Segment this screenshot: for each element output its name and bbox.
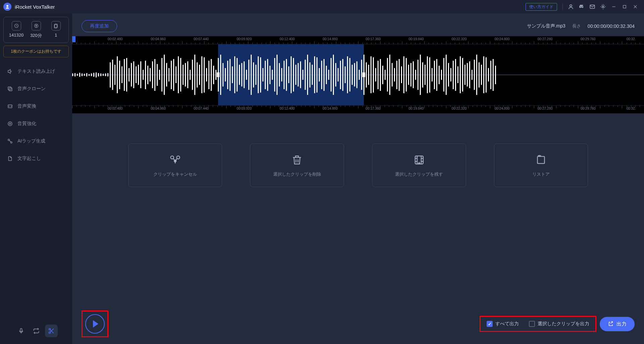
- readd-button[interactable]: 再度追加: [82, 20, 117, 32]
- stats-box: 141320 T 320分 1: [3, 17, 69, 43]
- export-highlight: すべて出力 選択したクリップを出力: [480, 316, 596, 332]
- svg-point-1: [570, 5, 572, 7]
- checkbox-label: 選択したクリップを出力: [538, 321, 589, 327]
- ruler-label: 00:09.920: [237, 107, 252, 110]
- bottom-bar: すべて出力 選択したクリップを出力 出力: [72, 304, 644, 344]
- ruler-label: 00:29.760: [581, 37, 596, 41]
- ruler-label: 00:17.360: [366, 37, 381, 41]
- export-all-checkbox[interactable]: すべて出力: [487, 321, 519, 327]
- restore-button[interactable]: リストア: [494, 144, 588, 187]
- nav-label: 音質強化: [17, 121, 36, 127]
- file-info: サンプル音声.mp3 長さ 00:00:00/00:00:32.304: [527, 23, 635, 29]
- guide-button[interactable]: 使い方ガイド: [526, 3, 557, 11]
- wave-bars: [72, 44, 644, 105]
- action-label: クリップをキャンセル: [132, 171, 218, 177]
- ruler-label: 00:24.800: [495, 37, 510, 41]
- actions-grid: クリップをキャンセル 選択したクリップを削除 選択したクリップを残す リストア: [72, 113, 644, 187]
- words-icon: [12, 21, 21, 31]
- svg-point-16: [8, 122, 12, 126]
- settings-icon[interactable]: [600, 3, 606, 10]
- action-label: リストア: [498, 171, 584, 177]
- close-icon[interactable]: [632, 3, 639, 10]
- delete-clip-button[interactable]: 選択したクリップを削除: [250, 144, 344, 187]
- cut-tool[interactable]: [45, 325, 58, 337]
- sidebar-item-transcribe[interactable]: 文字起こし: [3, 151, 69, 167]
- ruler-label: 00:04.960: [151, 107, 166, 110]
- cancel-clip-button[interactable]: クリップをキャンセル: [128, 144, 222, 187]
- svg-rect-20: [20, 329, 22, 332]
- svg-rect-37: [538, 157, 545, 164]
- wave-zone[interactable]: [72, 44, 644, 105]
- sidebar-item-tts[interactable]: テキスト読み上げ: [3, 63, 69, 79]
- titlebar: iRocket VoxTalker 使い方ガイド: [0, 0, 644, 13]
- svg-point-22: [49, 332, 50, 334]
- export-label: 出力: [616, 321, 627, 327]
- nav-label: AIラップ生成: [17, 138, 45, 144]
- ruler-label: 00:04.960: [151, 37, 166, 41]
- play-highlight: [82, 310, 108, 337]
- ruler-label: 00:27.280: [538, 37, 553, 41]
- ruler-label: 00:02.480: [108, 37, 123, 41]
- keep-clip-button[interactable]: 選択したクリップを残す: [372, 144, 466, 187]
- waveform[interactable]: 00:02.48000:04.96000:07.44000:09.92000:1…: [72, 36, 644, 113]
- license-icon: [51, 21, 61, 31]
- ruler-label: 00:27.280: [538, 107, 553, 110]
- svg-text:T: T: [35, 25, 37, 27]
- svg-rect-5: [623, 5, 626, 8]
- sidebar-item-convert[interactable]: 音声変換: [3, 98, 69, 114]
- ruler-label: 00:17.360: [366, 107, 381, 110]
- ruler-label: 00:32.: [627, 37, 636, 41]
- ruler-label: 00:14.880: [323, 37, 338, 41]
- ruler-label: 00:07.440: [194, 37, 209, 41]
- sidebar: 141320 T 320分 1 1枚のクーポンはお持ちです テキスト読み上げ 音…: [0, 13, 72, 344]
- stat-words[interactable]: 141320: [6, 21, 26, 39]
- stat-licenses[interactable]: 1: [46, 21, 66, 39]
- account-icon[interactable]: [567, 3, 574, 10]
- discord-icon[interactable]: [578, 3, 585, 10]
- loop-tool[interactable]: [30, 325, 43, 337]
- nav-label: 音声変換: [17, 103, 36, 109]
- ruler-label: 00:02.480: [108, 107, 123, 110]
- maximize-icon[interactable]: [621, 3, 628, 10]
- nav-label: 文字起こし: [17, 156, 41, 162]
- scissors-cancel-icon: [168, 153, 182, 167]
- action-label: 選択したクリップを削除: [254, 171, 340, 177]
- mic-tool[interactable]: [15, 325, 28, 337]
- export-selected-checkbox[interactable]: 選択したクリップを出力: [529, 321, 589, 327]
- content-area: 再度追加 サンプル音声.mp3 長さ 00:00:00/00:00:32.304…: [72, 13, 644, 344]
- svg-point-3: [602, 6, 604, 8]
- ruler-bottom: 00:02.48000:04.96000:07.44000:09.92000:1…: [72, 105, 644, 113]
- convert-icon: [7, 103, 13, 110]
- play-icon: [93, 320, 98, 328]
- tts-icon: [7, 68, 13, 75]
- content-header: 再度追加 サンプル音声.mp3 長さ 00:00:00/00:00:32.304: [72, 13, 644, 36]
- restore-icon: [534, 153, 548, 167]
- nav-label: 音声クローン: [17, 86, 46, 92]
- file-time: 00:00:00/00:00:32.304: [588, 23, 635, 29]
- svg-point-0: [6, 5, 8, 7]
- play-button[interactable]: [85, 314, 105, 334]
- checkbox-icon: [529, 321, 535, 327]
- ruler-label: 00:19.840: [409, 107, 424, 110]
- divider: [562, 4, 563, 10]
- nav-label: テキスト読み上げ: [17, 68, 55, 74]
- sidebar-item-enhance[interactable]: 音質強化: [3, 116, 69, 132]
- export-icon: [608, 321, 614, 327]
- minimize-icon[interactable]: [610, 3, 617, 10]
- coupon-banner[interactable]: 1枚のクーポンはお持ちです: [3, 46, 69, 57]
- bottom-tools: [3, 321, 69, 341]
- checkbox-icon: [487, 321, 493, 327]
- enhance-icon: [7, 120, 13, 127]
- ruler-label: 00:07.440: [194, 107, 209, 110]
- export-button[interactable]: 出力: [600, 317, 635, 331]
- app-title: iRocket VoxTalker: [15, 4, 526, 10]
- sidebar-item-clone[interactable]: 音声クローン: [3, 81, 69, 97]
- ruler-top: 00:02.48000:04.96000:07.44000:09.92000:1…: [72, 36, 644, 44]
- ruler-label: 00:19.840: [409, 37, 424, 41]
- stat-minutes[interactable]: T 320分: [26, 21, 46, 39]
- mail-icon[interactable]: [589, 3, 596, 10]
- ruler-label: 00:12.400: [280, 37, 295, 41]
- playhead-marker[interactable]: [72, 36, 76, 42]
- transcribe-icon: [7, 155, 13, 162]
- sidebar-item-rap[interactable]: AIラップ生成: [3, 133, 69, 149]
